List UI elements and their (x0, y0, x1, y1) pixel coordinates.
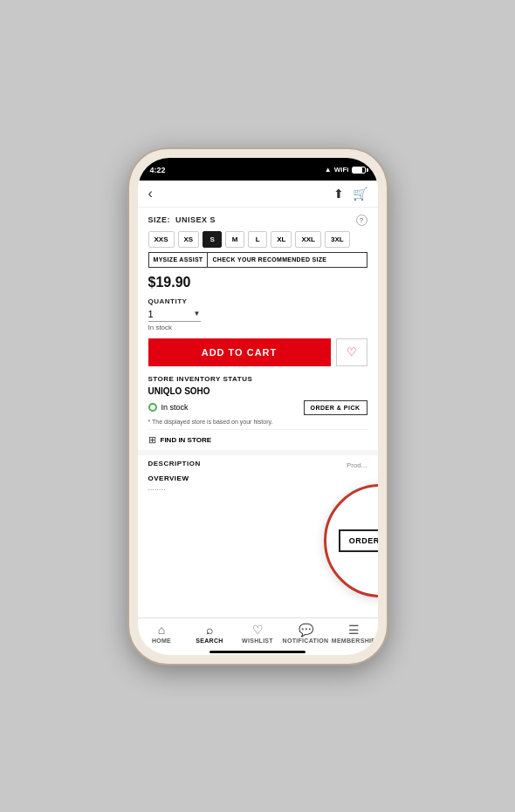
size-header: SIZE: UNISEX S ? (148, 215, 367, 226)
wishlist-label: WISHLIST (242, 638, 273, 644)
back-button[interactable]: ‹ (148, 186, 153, 201)
help-icon[interactable]: ? (356, 215, 367, 226)
stock-indicator: In stock (148, 403, 189, 412)
add-to-cart-row: ADD TO CART ♡ (148, 338, 367, 366)
quantity-selector[interactable]: 1 ▼ (148, 309, 201, 322)
membership-label: MEMBERSHIP (332, 638, 375, 644)
product-price: $19.90 (148, 275, 367, 290)
signal-icon: ▲ (325, 166, 332, 174)
find-store-label: FIND IN STORE (161, 436, 212, 444)
wishlist-button[interactable]: ♡ (336, 338, 367, 366)
cart-button[interactable]: 🛒 (353, 187, 367, 201)
size-s[interactable]: S (203, 231, 222, 248)
phone-screen: 4:22 ▲ WiFi ‹ ⬆ 🛒 SIZE: UNI (138, 158, 378, 655)
add-to-cart-button[interactable]: ADD TO CART (148, 338, 331, 366)
search-icon: ⌕ (206, 623, 213, 637)
quantity-value: 1 (148, 309, 194, 319)
stock-status-row: In stock ORDER & PICK (148, 400, 367, 415)
notification-icon: 💬 (299, 623, 313, 637)
heart-icon: ♡ (347, 345, 357, 358)
in-stock-label: In stock (161, 403, 189, 412)
size-3xl[interactable]: 3XL (325, 231, 350, 248)
size-xs[interactable]: XS (178, 231, 200, 248)
size-xxs[interactable]: XXS (148, 231, 175, 248)
stock-status: In stock (148, 324, 367, 331)
time-display: 4:22 (150, 166, 166, 174)
store-note: * The displayed store is based on your h… (148, 419, 367, 425)
wishlist-nav-icon: ♡ (252, 623, 264, 637)
nav-item-wishlist[interactable]: ♡ WISHLIST (234, 623, 282, 644)
size-selector: XXS XS S M L XL XXL 3XL (148, 231, 367, 248)
store-name: UNIQLO SOHO (148, 386, 367, 396)
bottom-navigation: ⌂ HOME ⌕ SEARCH ♡ WISHLIST 💬 NOTIFICATIO… (138, 618, 378, 651)
notification-label: NOTIFICATION (283, 638, 329, 644)
nav-item-home[interactable]: ⌂ HOME (138, 623, 186, 644)
chevron-down-icon: ▼ (194, 310, 201, 317)
phone-frame: 4:22 ▲ WiFi ‹ ⬆ 🛒 SIZE: UNI (129, 149, 387, 664)
quantity-label: QUANTITY (148, 297, 367, 305)
nav-item-membership[interactable]: ☰ MEMBERSHIP (330, 623, 378, 644)
size-m[interactable]: M (225, 231, 244, 248)
size-l[interactable]: L (248, 231, 267, 248)
order-and-pick-button[interactable]: ORDER & PICK (304, 400, 367, 415)
description-row: DESCRIPTION Prod... (148, 460, 367, 471)
mysize-assist-bar[interactable]: MYSIZE ASSIST CHECK YOUR RECOMMENDED SIZ… (148, 252, 367, 268)
status-bar: 4:22 ▲ WiFi (138, 158, 378, 181)
battery-icon (352, 167, 366, 174)
size-xxl[interactable]: XXL (295, 231, 321, 248)
home-label: HOME (152, 638, 171, 644)
description-label: DESCRIPTION (148, 460, 201, 467)
find-in-store-row[interactable]: ⊞ FIND IN STORE (148, 429, 367, 446)
nav-item-notification[interactable]: 💬 NOTIFICATION (282, 623, 330, 644)
home-indicator (209, 651, 306, 653)
size-label: SIZE: UNISEX S (148, 215, 216, 224)
home-icon: ⌂ (158, 623, 165, 637)
membership-icon: ☰ (348, 623, 360, 637)
wifi-icon: WiFi (334, 166, 349, 174)
app-nav-bar: ‹ ⬆ 🛒 (138, 181, 378, 208)
overview-label: OVERVIEW (148, 474, 367, 482)
store-icon: ⊞ (148, 434, 156, 446)
size-xl[interactable]: XL (271, 231, 292, 248)
more-content: ........ (148, 484, 367, 492)
search-label: SEARCH (196, 638, 223, 644)
description-preview: Prod... (347, 461, 367, 469)
circle-order-pick-button[interactable]: ORDER & PICK (339, 529, 378, 552)
in-stock-dot (148, 403, 157, 412)
store-inventory-title: STORE INVENTORY STATUS (148, 375, 367, 383)
nav-item-search[interactable]: ⌕ SEARCH (186, 623, 234, 644)
section-separator (138, 450, 378, 455)
share-button[interactable]: ⬆ (333, 187, 344, 201)
